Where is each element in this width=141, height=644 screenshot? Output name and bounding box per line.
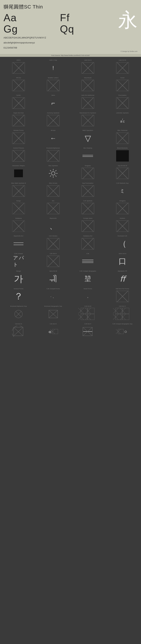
block-cjk-strokes: CJK Strokes: [36, 234, 70, 251]
preview-char-aa: Aa: [3, 12, 60, 23]
cjk-ext-f-svg: [81, 326, 94, 337]
block-idc-glyph: [46, 202, 60, 215]
corner-bracket-glyph: ⌐: [51, 100, 55, 106]
question-vert-glyph: ？: [14, 290, 23, 302]
block-alphabetic-pf: Alphabetic PF ﬀ: [106, 270, 140, 286]
block-idc: IDC: [36, 199, 70, 216]
block-latin1sup: Latin 1 Sup !: [36, 58, 70, 75]
block-cjk-label: CJK: [86, 253, 89, 254]
cjk-preview-char: 永: [118, 10, 138, 30]
block-bopomofo-glyph: 、: [46, 220, 60, 232]
kata-char-2: パ: [19, 254, 24, 261]
block-cjk-ext-c: CJK Ext C: [106, 305, 140, 321]
block-katakana-ext-label: Katakana Ext: [83, 235, 92, 237]
cjk-compat-sup-xbox: [118, 329, 124, 334]
block-half-and-full-forms-glyph: [116, 290, 130, 302]
block-jamo-ext-b-glyph: ힶ: [46, 273, 60, 285]
block-vertical-forms-glyph: ？: [11, 290, 25, 302]
block-hangul-glyph: 가: [11, 273, 25, 285]
block-box-drawing: Box Drawing: [71, 146, 105, 163]
block-arrows-glyph: ←: [46, 132, 60, 144]
block-block-elements: Block Elements: [106, 146, 140, 163]
block-ascii-glyph: [11, 62, 25, 74]
cjk-line-3: [82, 262, 93, 263]
block-enclosed-alphanum-sup-glyph: [11, 308, 25, 320]
hangul-glyph-char: 가: [14, 273, 23, 285]
double-line-2: [13, 245, 23, 245]
block-number-forms: Number Forms: [2, 129, 35, 146]
block-compat-jamo-glyph: [81, 220, 95, 232]
block-latin-ext-b-glyph: [116, 62, 130, 74]
block-cjk-symbols: CJK Symbols: [71, 199, 105, 216]
font-title: 獅尾圓體SC Thin: [3, 4, 138, 10]
block-ascii-label: ASCII: [16, 59, 20, 61]
box-drawing-line-1: [83, 155, 93, 155]
block-cjk-compat-ideo-sup-label: CJK Compat Ideographic Sup: [113, 323, 133, 325]
block-jamo-ext-a-glyph: 口: [116, 255, 130, 268]
block-misc-symbols-glyph: [46, 167, 60, 180]
block-cjk-glyph: [81, 255, 95, 268]
kata-char-1: ア: [13, 254, 18, 261]
latin-preview: Aa Ff Gg Qq: [3, 12, 116, 34]
block-enclosed-alphanum-sup: Enclosed Alphanum Sup: [2, 305, 35, 321]
block-misc-symbols: Misc Symbols: [36, 164, 70, 181]
block-currency-symbols-glyph: [46, 114, 60, 127]
solid-rect-small-glyph: [14, 170, 23, 177]
block-bopomofo-label: Bopomofo: [50, 218, 57, 219]
block-cjk-radicals-sup-glyph: ミ: [116, 185, 130, 197]
svg-line-5: [50, 170, 51, 171]
block-arrows: Arrows ←: [36, 129, 70, 146]
alphabet-upper: ABCDEFGHIJKLMNOPQRSTUVWXYZ: [3, 36, 138, 40]
block-cjk-compat-ideographs-glyph: 堃: [81, 273, 95, 285]
cjk-compat-sup-glyph: ○: [118, 329, 127, 334]
block-kenbun-label: Kenbun: [120, 218, 125, 219]
block-greek-glyph: [116, 79, 130, 92]
block-cjk-strokes-label: CJK Strokes: [49, 235, 57, 237]
block-bopomofo: Bopomofo 、: [36, 217, 70, 234]
kata-char-3: ト: [13, 262, 18, 267]
source-row: Font Source: http://www.fontke.com/font/…: [0, 54, 141, 57]
font-preview-row: Aa Ff Gg Qq 永: [3, 12, 138, 34]
period-comma-glyph: · 、: [50, 294, 56, 299]
mini-x-c2: [123, 308, 129, 314]
cjk-compat-ideo-glyph: 堃: [85, 274, 91, 283]
double-line-1: [13, 242, 23, 243]
block-cjk-radicals-sup: CJK Radicals Sup ミ: [106, 182, 140, 198]
block-latin-ext-b-label: Latin Ext B: [119, 59, 126, 61]
block-alphabetic-pf-label: Alphabetic PF: [118, 270, 127, 272]
block-latin-ext-additional-label: Latin Ext Additional: [81, 94, 94, 96]
block-math-operators-glyph: ▽: [81, 132, 95, 144]
block-control-pictures-label: Control Pictures: [13, 147, 24, 149]
block-enclosed-ideo-sup: Enclosed Ideographic Sup: [36, 305, 70, 321]
block-cjk-compat-ideographs: CJK Compat Ideographs 堃: [71, 270, 105, 286]
block-geometric-shapes-label: Geometric Shapes: [12, 165, 25, 167]
block-enclosed-cjk: Enclosed CJK （: [106, 234, 140, 251]
block-latin-ext-a-label: Latin Ext A: [84, 59, 92, 61]
block-math-operators-label: Math Operators: [83, 130, 93, 131]
block-number-forms-label: Number Forms: [13, 130, 24, 131]
block-katakana-ext-glyph: [81, 238, 95, 250]
block-compat-jamo: Compat Jamo: [71, 217, 105, 234]
block-letterlike-symbols-glyph: a/c: [116, 114, 130, 127]
block-hiragana: Hiragana: [106, 199, 140, 216]
block-small-forms-label: Small Forms: [84, 288, 92, 290]
block-cjk-compat: CJK Compat ア パ ト: [2, 252, 35, 269]
header-section: 獅尾圓體SC Thin Aa Ff Gg Qq 永 ABCDEFGHIJKLMN…: [0, 0, 141, 54]
block-cjk-ext-e: CJK Ext E «: [36, 322, 70, 339]
block-super-and-sub-label: Super And Sub: [13, 112, 24, 114]
block-idc-label: IDC: [52, 200, 54, 202]
block-jamo-ext-a-label: Jamo Ext A: [119, 253, 126, 254]
block-cjk-ext-b: CJK Ext B: [71, 305, 105, 321]
preview-char-ff: Ff: [60, 12, 116, 23]
alphabet-lower: abcdefghijklmnopqrstuvwxyz: [3, 41, 138, 45]
block-enclosed-ideo-sup-glyph: [46, 308, 60, 320]
a-over-c-glyph: a/c: [120, 118, 125, 124]
block-currency-symbols-label: Currency Symbols: [47, 112, 59, 114]
block-greek: Greek: [106, 76, 140, 93]
block-sup-punctuation-label: Sup Punctuation: [82, 182, 93, 184]
block-enclosed-alphanum-glyph: [46, 150, 60, 162]
block-misc-symbols-label: Misc Symbols: [48, 165, 58, 167]
block-punctuation-glyph: [116, 97, 130, 109]
block-misc-technical-glyph: [116, 132, 130, 144]
unicode-grid: ASCII Latin 1 Sup ! Latin Ext A Latin Ex…: [2, 58, 139, 339]
